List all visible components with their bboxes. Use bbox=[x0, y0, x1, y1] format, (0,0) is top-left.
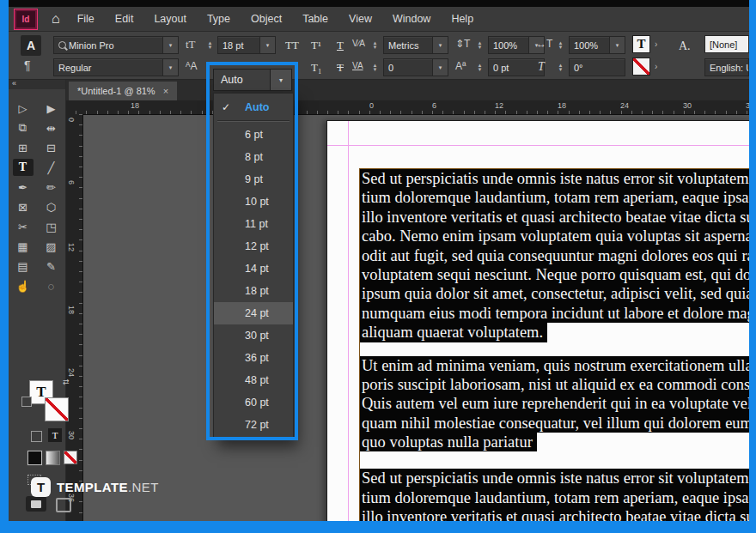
leading-option-8-pt[interactable]: 8 pt bbox=[214, 146, 293, 168]
menu-item-view[interactable]: View bbox=[338, 9, 382, 29]
leading-option-60-pt[interactable]: 60 pt bbox=[214, 391, 293, 414]
chevron-down-icon[interactable]: ▾ bbox=[432, 37, 448, 53]
horizontal-ruler[interactable]: 1812061218243036 bbox=[65, 100, 749, 115]
document-tab[interactable]: *Untitled-1 @ 81% × bbox=[69, 82, 177, 100]
menu-item-file[interactable]: File bbox=[67, 9, 105, 29]
font-style-select[interactable]: Regular ▾ bbox=[53, 58, 179, 76]
menu-item-edit[interactable]: Edit bbox=[105, 9, 144, 29]
note-tool[interactable]: ▤ bbox=[13, 257, 34, 275]
content-placer-tool[interactable]: ⊟ bbox=[41, 139, 62, 156]
menu-item-window[interactable]: Window bbox=[382, 9, 441, 29]
leading-option-10-pt[interactable]: 10 pt bbox=[214, 191, 293, 213]
apply-color-button[interactable] bbox=[27, 451, 42, 465]
leading-option-11-pt[interactable]: 11 pt bbox=[214, 213, 293, 235]
chevron-down-icon[interactable]: ▾ bbox=[259, 37, 275, 53]
chevron-down-icon[interactable]: ▾ bbox=[432, 59, 448, 76]
chevron-down-icon[interactable]: ▾ bbox=[162, 59, 178, 76]
skew-field[interactable]: 0° bbox=[569, 58, 625, 76]
leading-option-48-pt[interactable]: 48 pt bbox=[214, 369, 293, 391]
baseline-shift-field[interactable]: 0 pt bbox=[488, 58, 545, 76]
zoom-tool[interactable]: ◌ bbox=[41, 277, 62, 294]
shape-tool[interactable]: ⬡ bbox=[41, 198, 62, 215]
normal-view-mode-button[interactable] bbox=[26, 496, 46, 512]
menu-item-type[interactable]: Type bbox=[197, 9, 241, 29]
gradient-swatch-tool[interactable]: ▦ bbox=[13, 238, 34, 255]
fill-expander-icon[interactable]: › bbox=[655, 39, 657, 49]
subscript-button[interactable]: T₁ bbox=[311, 61, 321, 75]
vertical-scale-stepper[interactable]: ▲▼ bbox=[474, 36, 485, 54]
superscript-button[interactable]: T¹ bbox=[311, 39, 321, 52]
leading-option-auto[interactable]: ✓Auto bbox=[214, 96, 293, 118]
font-family-select[interactable]: Minion Pro ▾ bbox=[53, 36, 179, 54]
horizontal-scale-select[interactable]: 100% ▾ bbox=[569, 36, 625, 54]
swap-fill-stroke-icon[interactable]: ⇄ bbox=[63, 378, 70, 386]
gradient-feather-tool[interactable]: ▨ bbox=[41, 238, 62, 255]
underline-button[interactable]: T bbox=[337, 39, 344, 52]
pen-tool[interactable]: ✒ bbox=[13, 179, 34, 196]
apply-gradient-button[interactable] bbox=[46, 451, 60, 465]
frame-tool[interactable]: ⊠ bbox=[13, 198, 34, 215]
kerning-select[interactable]: Metrics ▾ bbox=[383, 36, 448, 54]
stroke-color-swatch[interactable] bbox=[632, 58, 650, 76]
chevron-down-icon[interactable]: ▾ bbox=[270, 70, 291, 90]
font-size-stepper[interactable]: ▲▼ bbox=[204, 36, 216, 54]
leading-option-6-pt[interactable]: 6 pt bbox=[214, 124, 293, 146]
leading-option-18-pt[interactable]: 18 pt bbox=[214, 280, 293, 302]
leading-option-30-pt[interactable]: 30 pt bbox=[214, 324, 293, 347]
menu-item-table[interactable]: Table bbox=[292, 9, 338, 29]
eyedropper-tool[interactable]: ✎ bbox=[41, 257, 62, 275]
chevron-down-icon[interactable]: ▾ bbox=[609, 37, 625, 53]
character-formatting-button[interactable]: A bbox=[21, 35, 41, 56]
tracking-stepper[interactable]: ▲▼ bbox=[369, 58, 381, 76]
all-caps-button[interactable]: TT bbox=[285, 39, 299, 52]
hand-tool[interactable]: ☝ bbox=[13, 277, 34, 294]
leading-combobox[interactable]: Auto ▾ bbox=[213, 69, 292, 91]
menu-item-layout[interactable]: Layout bbox=[143, 9, 197, 29]
leading-option-24-pt[interactable]: 24 pt bbox=[214, 302, 293, 324]
gap-tool[interactable]: ⇹ bbox=[41, 119, 62, 136]
horizontal-scale-stepper[interactable]: ▲▼ bbox=[555, 36, 566, 54]
home-icon[interactable]: ⌂ bbox=[52, 12, 60, 26]
paragraph-formatting-button[interactable]: ¶ bbox=[24, 58, 31, 72]
formatting-affects-container-button[interactable] bbox=[31, 431, 42, 442]
free-transform-tool[interactable]: ◳ bbox=[41, 218, 62, 235]
pencil-tool[interactable]: ✏ bbox=[41, 179, 62, 196]
tracking-select[interactable]: 0 ▾ bbox=[383, 58, 448, 76]
menu-item-help[interactable]: Help bbox=[441, 9, 484, 29]
direct-selection-tool[interactable]: ▶ bbox=[41, 100, 62, 117]
stroke-swatch-none[interactable] bbox=[45, 397, 69, 421]
leading-option-12-pt[interactable]: 12 pt bbox=[214, 235, 293, 257]
selection-tool[interactable]: ▷ bbox=[13, 100, 34, 117]
kerning-stepper[interactable]: ▲▼ bbox=[369, 36, 381, 54]
text-frame[interactable]: Sed ut perspiciatis unde omnis iste natu… bbox=[359, 168, 749, 521]
font-size-select[interactable]: 18 pt ▾ bbox=[217, 36, 276, 54]
type-tool[interactable]: T bbox=[13, 159, 34, 176]
menu-item-object[interactable]: Object bbox=[241, 9, 292, 29]
line-tool[interactable]: ╱ bbox=[41, 159, 62, 176]
leading-option-72-pt[interactable]: 72 pt bbox=[214, 414, 293, 436]
page[interactable]: Sed ut perspiciatis unde omnis iste natu… bbox=[326, 120, 749, 521]
formatting-affects-text-button[interactable]: T bbox=[48, 428, 62, 442]
character-style-select[interactable]: [None] bbox=[704, 35, 749, 53]
page-tool[interactable]: ⧉ bbox=[13, 119, 34, 136]
default-fill-stroke-icon[interactable] bbox=[21, 397, 32, 407]
indesign-logo-icon[interactable]: Id bbox=[15, 9, 37, 29]
gradient-feather-tool-icon: ▨ bbox=[46, 240, 56, 253]
pasteboard[interactable]: Sed ut perspiciatis unde omnis iste natu… bbox=[82, 114, 749, 521]
chevron-down-icon[interactable]: ▾ bbox=[162, 37, 178, 53]
fill-color-swatch[interactable]: T bbox=[632, 35, 650, 53]
scissors-tool[interactable]: ✂ bbox=[13, 218, 34, 235]
apply-none-button[interactable] bbox=[64, 451, 77, 464]
text-line: aliquam quaerat voluptatem. bbox=[360, 323, 749, 342]
tab-close-icon[interactable]: × bbox=[163, 86, 168, 96]
baseline-shift-stepper[interactable]: ▲▼ bbox=[474, 58, 485, 76]
leading-option-36-pt[interactable]: 36 pt bbox=[214, 347, 293, 369]
strikethrough-button[interactable]: T bbox=[337, 61, 344, 75]
stroke-expander-icon[interactable]: › bbox=[655, 62, 657, 71]
skew-stepper[interactable]: ▲▼ bbox=[555, 58, 566, 76]
content-collector-tool[interactable]: ⊞ bbox=[13, 139, 34, 156]
leading-option-14-pt[interactable]: 14 pt bbox=[214, 257, 293, 280]
leading-option-9-pt[interactable]: 9 pt bbox=[214, 168, 293, 191]
preview-mode-button[interactable] bbox=[56, 498, 71, 512]
language-select[interactable]: English: USA bbox=[704, 58, 749, 76]
